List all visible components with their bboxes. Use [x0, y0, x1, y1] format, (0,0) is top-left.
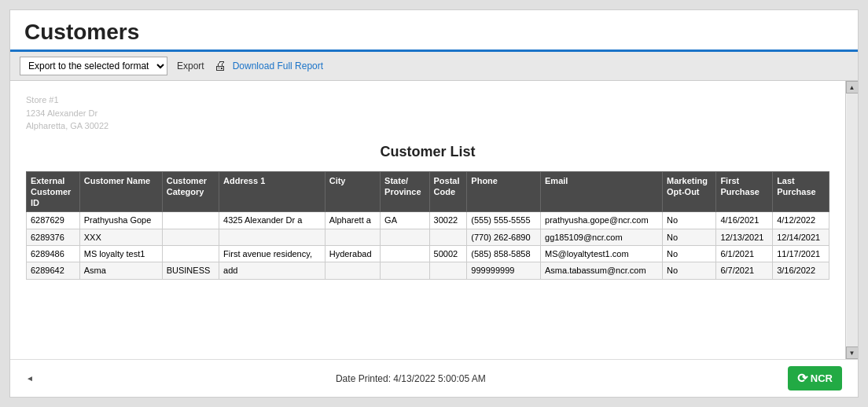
- scroll-track: [847, 94, 858, 346]
- vertical-scrollbar[interactable]: ▲ ▼: [845, 81, 858, 359]
- content-area: Store #1 1234 Alexander Dr Alpharetta, G…: [10, 81, 858, 359]
- table-cell: add: [219, 262, 326, 279]
- table-cell: Alpharett a: [325, 212, 380, 229]
- table-cell: 6289376: [27, 229, 80, 245]
- table-cell: [429, 262, 467, 279]
- print-icon[interactable]: 🖨: [214, 59, 226, 73]
- table-cell: MS loyalty test1: [79, 245, 162, 262]
- col-header-opt-out: MarketingOpt-Out: [662, 171, 715, 212]
- table-cell: [381, 262, 429, 279]
- col-header-name: Customer Name: [79, 171, 162, 212]
- main-content: Store #1 1234 Alexander Dr Alpharetta, G…: [10, 81, 845, 359]
- table-cell: [325, 262, 380, 279]
- table-cell: 3/16/2022: [773, 262, 829, 279]
- address-block: Store #1 1234 Alexander Dr Alpharetta, G…: [26, 94, 829, 133]
- scroll-up-arrow[interactable]: ▲: [846, 81, 859, 94]
- table-cell: [162, 229, 219, 245]
- table-cell: 4/16/2021: [716, 212, 773, 229]
- col-header-last-purchase: LastPurchase: [773, 171, 829, 212]
- table-cell: Asma: [79, 262, 162, 279]
- table-cell: gg185109@ncr.com: [541, 229, 663, 245]
- table-cell: Hyderabad: [325, 245, 380, 262]
- table-cell: 30022: [429, 212, 467, 229]
- table-header-row: ExternalCustomerID Customer Name Custome…: [27, 171, 829, 212]
- main-window: Customers Export to the selected format …: [9, 9, 859, 398]
- table-cell: prathyusha.gope@ncr.com: [541, 212, 663, 229]
- table-row: 6289642AsmaBUSINESSadd999999999Asma.taba…: [27, 262, 829, 279]
- table-cell: 4325 Alexander Dr a: [219, 212, 326, 229]
- table-cell: MS@loyaltytest1.com: [541, 245, 663, 262]
- table-cell: [381, 229, 429, 245]
- date-printed-label: Date Printed:: [336, 373, 391, 384]
- col-header-category: CustomerCategory: [162, 171, 219, 212]
- toolbar: Export to the selected format Export 🖨 D…: [10, 52, 858, 81]
- table-cell: [429, 229, 467, 245]
- col-header-phone: Phone: [467, 171, 541, 212]
- table-cell: 4/12/2022: [773, 212, 829, 229]
- table-row: 6287629Prathyusha Gope4325 Alexander Dr …: [27, 212, 829, 229]
- pagination-first[interactable]: ◄: [26, 374, 34, 383]
- table-cell: (585) 858-5858: [467, 245, 541, 262]
- footer: ◄ Date Printed: 4/13/2022 5:00:05 AM ⟳ N…: [10, 359, 858, 397]
- table-cell: [162, 245, 219, 262]
- address-line2: 1234 Alexander Dr: [26, 107, 829, 120]
- table-cell: 11/17/2021: [773, 245, 829, 262]
- table-cell: GA: [381, 212, 429, 229]
- table-cell: [219, 229, 326, 245]
- table-cell: [325, 229, 380, 245]
- table-cell: [162, 212, 219, 229]
- table-cell: 6/1/2021: [716, 245, 773, 262]
- page-header: Customers: [10, 10, 858, 52]
- table-cell: BUSINESS: [162, 262, 219, 279]
- customer-table: ExternalCustomerID Customer Name Custome…: [26, 171, 829, 280]
- table-cell: Asma.tabassum@ncr.com: [541, 262, 663, 279]
- col-header-ext-id: ExternalCustomerID: [27, 171, 80, 212]
- table-cell: 12/13/2021: [716, 229, 773, 245]
- col-header-email: Email: [541, 171, 663, 212]
- address-line1: Store #1: [26, 94, 829, 107]
- ncr-logo: ⟳ NCR: [788, 366, 842, 390]
- table-cell: Prathyusha Gope: [79, 212, 162, 229]
- table-cell: First avenue residency,: [219, 245, 326, 262]
- col-header-postal: PostalCode: [429, 171, 467, 212]
- date-printed-area: Date Printed: 4/13/2022 5:00:05 AM: [336, 373, 486, 384]
- table-cell: [381, 245, 429, 262]
- col-header-city: City: [325, 171, 380, 212]
- scroll-down-arrow[interactable]: ▼: [846, 346, 859, 359]
- export-button[interactable]: Export: [174, 59, 208, 73]
- table-cell: No: [662, 262, 715, 279]
- table-cell: 6289642: [27, 262, 80, 279]
- col-header-first-purchase: FirstPurchase: [716, 171, 773, 212]
- report-title: Customer List: [26, 144, 829, 160]
- export-format-select[interactable]: Export to the selected format: [20, 57, 167, 75]
- table-cell: 12/14/2021: [773, 229, 829, 245]
- table-cell: 50002: [429, 245, 467, 262]
- table-cell: 999999999: [467, 262, 541, 279]
- table-cell: XXX: [79, 229, 162, 245]
- ncr-icon: ⟳: [797, 371, 807, 386]
- table-cell: (770) 262-6890: [467, 229, 541, 245]
- download-full-report-link[interactable]: Download Full Report: [233, 60, 323, 72]
- table-cell: 6289486: [27, 245, 80, 262]
- table-row: 6289376XXX(770) 262-6890gg185109@ncr.com…: [27, 229, 829, 245]
- table-cell: 6287629: [27, 212, 80, 229]
- col-header-state: State/Province: [381, 171, 429, 212]
- ncr-logo-text: NCR: [811, 372, 833, 384]
- table-cell: No: [662, 245, 715, 262]
- table-cell: No: [662, 212, 715, 229]
- col-header-address1: Address 1: [219, 171, 326, 212]
- table-cell: (555) 555-5555: [467, 212, 541, 229]
- page-title: Customers: [24, 20, 844, 45]
- address-line3: Alpharetta, GA 30022: [26, 119, 829, 133]
- table-cell: 6/7/2021: [716, 262, 773, 279]
- date-printed-value: 4/13/2022 5:00:05 AM: [393, 373, 485, 384]
- table-row: 6289486MS loyalty test1First avenue resi…: [27, 245, 829, 262]
- table-cell: No: [662, 229, 715, 245]
